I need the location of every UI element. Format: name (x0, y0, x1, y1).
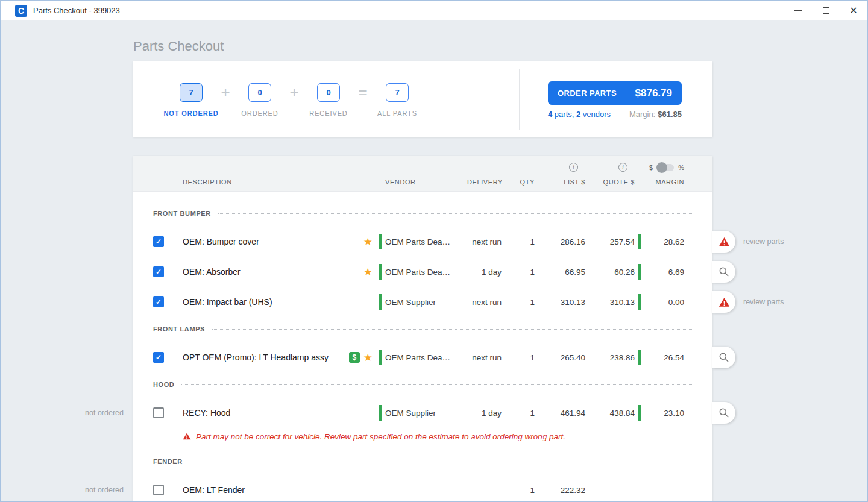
vendor-status-bar (379, 234, 382, 249)
search-part-flag[interactable] (712, 261, 735, 283)
status-counters: 7 NOT ORDERED + 0 ORDERED + 0 RECEIVED =… (168, 83, 420, 117)
table-body: FRONT BUMPER ✓ OEM: Bumper cover ★ OEM P… (133, 209, 712, 502)
qty-value: 1 (502, 268, 535, 277)
vendor-status-bar (379, 294, 382, 310)
part-row: ✓ OEM: Absorber ★ OEM Parts Dea… 1 day 1… (133, 257, 712, 287)
review-parts-label: review parts (743, 291, 784, 313)
list-price: 461.94 (535, 409, 585, 418)
part-checkbox[interactable]: ✓ (153, 352, 164, 363)
section-divider-line (218, 213, 694, 214)
col-header-list: LIST $ (535, 178, 585, 186)
vendor-status-bar (379, 350, 382, 365)
vendor-name[interactable]: OEM Supplier (385, 298, 436, 307)
parts-text: parts, (552, 110, 576, 119)
vendor-name[interactable]: OEM Parts Dea… (385, 353, 450, 362)
part-row: ✓ OEM: Bumper cover ★ OEM Parts Dea… nex… (133, 227, 712, 257)
parts-table: i i $ % DESCRIPTION VENDOR DE (133, 156, 712, 502)
search-part-flag[interactable] (712, 402, 735, 424)
margin-summary: Margin:$61.85 (629, 110, 682, 119)
not-ordered-label: NOT ORDERED (163, 110, 218, 117)
list-price: 310.13 (535, 298, 585, 307)
part-checkbox[interactable] (153, 485, 164, 495)
plus-operator: + (214, 83, 237, 102)
filter-ordered[interactable]: 0 ORDERED (237, 83, 283, 117)
order-parts-button[interactable]: ORDER PARTS $876.79 (548, 81, 682, 105)
col-header-vendor: VENDOR (377, 178, 467, 186)
part-row: OEM: LT Fender 1 222.32 (133, 475, 712, 502)
quote-price-info-icon[interactable]: i (618, 163, 627, 172)
part-description: OEM: Impact bar (UHS) (183, 297, 272, 307)
quote-price: 310.13 (585, 298, 635, 307)
part-row: RECY: Hood OEM Supplier 1 day 1 461.94 4… (133, 398, 712, 428)
col-header-qty: QTY (502, 178, 535, 186)
margin-amount: 28.62 (664, 237, 684, 246)
vendor-name[interactable]: OEM Supplier (385, 409, 436, 418)
part-checkbox[interactable] (153, 407, 164, 418)
filter-all-parts[interactable]: 7 ALL PARTS (374, 83, 420, 117)
warning-triangle-icon (183, 432, 191, 441)
part-description: OEM: LT Fender (183, 485, 245, 495)
margin-label: Margin: (629, 110, 655, 119)
delivery-value: 1 day (467, 409, 502, 418)
table-header: i i $ % DESCRIPTION VENDOR DE (133, 156, 712, 192)
list-price-info-icon[interactable]: i (569, 163, 578, 172)
equals-operator: = (351, 83, 374, 102)
close-button[interactable]: ✕ (840, 1, 867, 20)
filter-not-ordered[interactable]: 7 NOT ORDERED (168, 83, 214, 117)
list-price: 222.32 (535, 486, 585, 495)
not-ordered-status-label: not ordered (61, 484, 124, 496)
margin-status-bar (638, 294, 641, 310)
review-parts-flag[interactable] (712, 231, 735, 253)
part-description: OEM: Absorber (183, 267, 241, 277)
margin-dollar-label: $ (649, 164, 653, 171)
margin-status-bar (638, 405, 641, 421)
qty-value: 1 (502, 486, 535, 495)
search-icon (718, 351, 730, 363)
quote-price: 60.26 (585, 268, 635, 277)
part-checkbox[interactable]: ✓ (153, 296, 164, 307)
col-header-quote: QUOTE $ (585, 178, 635, 186)
part-description: OEM: Bumper cover (183, 237, 259, 246)
part-row: ✓ OEM: Impact bar (UHS) OEM Supplier nex… (133, 287, 712, 317)
order-total-amount: $876.79 (635, 87, 672, 99)
ordered-count: 0 (248, 83, 271, 102)
not-ordered-count: 7 (180, 83, 203, 102)
quote-price: 438.84 (585, 409, 635, 418)
vendor-status-bar (379, 405, 382, 421)
margin-unit-toggle[interactable] (657, 164, 674, 171)
section-divider-line (181, 384, 694, 385)
part-checkbox[interactable]: ✓ (153, 236, 164, 247)
all-parts-label: ALL PARTS (377, 110, 417, 117)
vendor-name[interactable]: OEM Parts Dea… (385, 237, 450, 246)
delivery-value: next run (467, 298, 502, 307)
page-title: Parts Checkout (133, 39, 224, 54)
vendor-name[interactable]: OEM Parts Dea… (385, 268, 450, 277)
filter-received[interactable]: 0 RECEIVED (306, 83, 351, 117)
selection-summary-link[interactable]: 4 parts, 2 vendors (548, 110, 611, 119)
preferred-vendor-star-icon: ★ (363, 353, 373, 363)
part-description: RECY: Hood (183, 408, 230, 418)
promo-dollar-icon: $ (349, 352, 360, 363)
search-part-flag[interactable] (712, 347, 735, 368)
preferred-vendor-star-icon: ★ (363, 267, 373, 277)
close-icon: ✕ (849, 6, 857, 16)
main-content: Parts Checkout 7 NOT ORDERED + 0 ORDERED… (1, 20, 867, 501)
warning-triangle-icon (719, 236, 730, 248)
minimize-icon (794, 10, 802, 11)
delivery-value: next run (467, 237, 502, 246)
plus-operator: + (283, 83, 306, 102)
part-checkbox[interactable]: ✓ (153, 266, 164, 277)
quote-price: 238.86 (585, 353, 635, 362)
search-icon (718, 407, 730, 419)
review-parts-flag[interactable] (712, 291, 735, 313)
search-icon (718, 266, 730, 278)
section-divider-line (190, 462, 694, 462)
list-price: 265.40 (535, 353, 585, 362)
minimize-button[interactable] (784, 1, 812, 20)
delivery-value: 1 day (467, 268, 502, 277)
summary-card: 7 NOT ORDERED + 0 ORDERED + 0 RECEIVED =… (133, 61, 712, 137)
app-logo-icon: C (15, 5, 27, 17)
warning-text: Part may not be correct for vehicle. Rev… (196, 432, 565, 441)
maximize-button[interactable] (812, 1, 840, 20)
qty-value: 1 (502, 298, 535, 307)
